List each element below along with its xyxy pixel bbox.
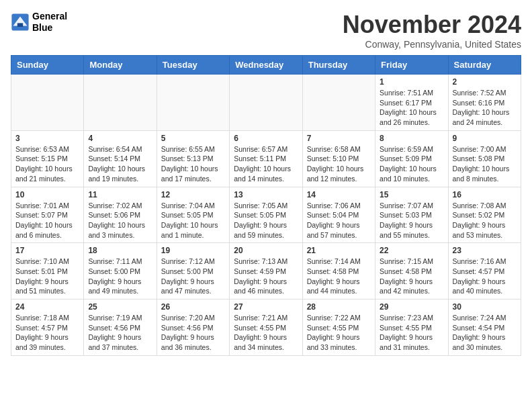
day-info: Sunrise: 7:52 AM Sunset: 6:16 PM Dayligh… [453,88,517,128]
day-number: 8 [380,134,443,143]
calendar-cell [84,75,157,131]
calendar-cell: 1Sunrise: 7:51 AM Sunset: 6:17 PM Daylig… [375,75,448,131]
day-info: Sunrise: 7:24 AM Sunset: 4:54 PM Dayligh… [453,313,517,353]
day-info: Sunrise: 7:00 AM Sunset: 5:08 PM Dayligh… [453,144,517,184]
calendar-cell: 29Sunrise: 7:23 AM Sunset: 4:55 PM Dayli… [375,300,448,356]
calendar-cell [157,75,229,131]
weekday-header: Tuesday [157,56,229,75]
day-info: Sunrise: 7:18 AM Sunset: 4:57 PM Dayligh… [15,313,79,353]
day-number: 14 [307,190,371,199]
calendar-cell: 22Sunrise: 7:15 AM Sunset: 4:58 PM Dayli… [375,243,448,300]
day-number: 20 [234,246,298,255]
day-info: Sunrise: 7:07 AM Sunset: 5:03 PM Dayligh… [380,201,443,240]
day-info: Sunrise: 7:12 AM Sunset: 5:00 PM Dayligh… [161,257,225,296]
day-number: 27 [234,302,298,312]
calendar-cell: 23Sunrise: 7:16 AM Sunset: 4:57 PM Dayli… [448,243,521,300]
calendar-week-row: 3Sunrise: 6:53 AM Sunset: 5:15 PM Daylig… [11,130,521,187]
calendar-cell: 14Sunrise: 7:06 AM Sunset: 5:04 PM Dayli… [302,187,375,243]
day-info: Sunrise: 7:06 AM Sunset: 5:04 PM Dayligh… [307,201,371,240]
calendar-cell [302,75,375,131]
day-number: 12 [161,190,225,199]
calendar-cell: 30Sunrise: 7:24 AM Sunset: 4:54 PM Dayli… [448,300,521,356]
day-number: 30 [453,302,517,312]
calendar-cell: 21Sunrise: 7:14 AM Sunset: 4:58 PM Dayli… [302,243,375,300]
day-info: Sunrise: 7:20 AM Sunset: 4:56 PM Dayligh… [161,313,225,353]
calendar-cell: 3Sunrise: 6:53 AM Sunset: 5:15 PM Daylig… [11,130,84,187]
calendar-cell: 15Sunrise: 7:07 AM Sunset: 5:03 PM Dayli… [375,187,448,243]
day-number: 10 [15,190,79,199]
day-number: 3 [15,134,79,143]
calendar-cell: 12Sunrise: 7:04 AM Sunset: 5:05 PM Dayli… [157,187,229,243]
calendar-cell [11,75,84,131]
calendar-cell: 7Sunrise: 6:58 AM Sunset: 5:10 PM Daylig… [302,130,375,187]
day-info: Sunrise: 7:05 AM Sunset: 5:05 PM Dayligh… [234,201,298,240]
calendar-cell: 9Sunrise: 7:00 AM Sunset: 5:08 PM Daylig… [448,130,521,187]
calendar-cell: 5Sunrise: 6:55 AM Sunset: 5:13 PM Daylig… [157,130,229,187]
day-info: Sunrise: 7:51 AM Sunset: 6:17 PM Dayligh… [380,88,443,128]
day-number: 2 [453,77,517,87]
calendar-header: SundayMondayTuesdayWednesdayThursdayFrid… [11,56,521,75]
day-info: Sunrise: 7:11 AM Sunset: 5:00 PM Dayligh… [88,257,152,296]
weekday-header-row: SundayMondayTuesdayWednesdayThursdayFrid… [11,56,521,75]
day-info: Sunrise: 7:14 AM Sunset: 4:58 PM Dayligh… [307,257,371,296]
day-info: Sunrise: 6:58 AM Sunset: 5:10 PM Dayligh… [307,144,371,184]
weekday-header: Saturday [448,56,521,75]
svg-rect-2 [17,23,23,27]
day-info: Sunrise: 6:59 AM Sunset: 5:09 PM Dayligh… [380,144,443,184]
day-info: Sunrise: 6:57 AM Sunset: 5:11 PM Dayligh… [234,144,298,184]
calendar-week-row: 17Sunrise: 7:10 AM Sunset: 5:01 PM Dayli… [11,243,521,300]
page-header: General Blue November 2024 Conway, Penns… [11,11,521,50]
calendar-table: SundayMondayTuesdayWednesdayThursdayFrid… [11,55,521,356]
calendar-cell: 4Sunrise: 6:54 AM Sunset: 5:14 PM Daylig… [84,130,157,187]
logo: General Blue [11,11,67,34]
day-info: Sunrise: 6:55 AM Sunset: 5:13 PM Dayligh… [161,144,225,184]
calendar-cell: 27Sunrise: 7:21 AM Sunset: 4:55 PM Dayli… [230,300,302,356]
day-info: Sunrise: 7:22 AM Sunset: 4:55 PM Dayligh… [307,313,371,353]
day-info: Sunrise: 7:04 AM Sunset: 5:05 PM Dayligh… [161,201,225,240]
day-info: Sunrise: 7:23 AM Sunset: 4:55 PM Dayligh… [380,313,443,353]
calendar-week-row: 10Sunrise: 7:01 AM Sunset: 5:07 PM Dayli… [11,187,521,243]
day-number: 29 [380,302,443,312]
day-number: 26 [161,302,225,312]
calendar-cell: 25Sunrise: 7:19 AM Sunset: 4:56 PM Dayli… [84,300,157,356]
day-number: 13 [234,190,298,199]
calendar-cell: 19Sunrise: 7:12 AM Sunset: 5:00 PM Dayli… [157,243,229,300]
calendar-cell: 16Sunrise: 7:08 AM Sunset: 5:02 PM Dayli… [448,187,521,243]
day-info: Sunrise: 7:02 AM Sunset: 5:06 PM Dayligh… [88,201,152,240]
weekday-header: Friday [375,56,448,75]
day-number: 4 [88,134,152,143]
day-info: Sunrise: 7:21 AM Sunset: 4:55 PM Dayligh… [234,313,298,353]
calendar-cell: 11Sunrise: 7:02 AM Sunset: 5:06 PM Dayli… [84,187,157,243]
calendar-cell: 18Sunrise: 7:11 AM Sunset: 5:00 PM Dayli… [84,243,157,300]
day-number: 1 [380,77,443,87]
weekday-header: Thursday [302,56,375,75]
day-info: Sunrise: 7:08 AM Sunset: 5:02 PM Dayligh… [453,201,517,240]
logo-line2: Blue [32,22,67,34]
day-info: Sunrise: 7:10 AM Sunset: 5:01 PM Dayligh… [15,257,79,296]
day-number: 5 [161,134,225,143]
calendar-cell: 10Sunrise: 7:01 AM Sunset: 5:07 PM Dayli… [11,187,84,243]
calendar-cell: 8Sunrise: 6:59 AM Sunset: 5:09 PM Daylig… [375,130,448,187]
day-number: 15 [380,190,443,199]
location: Conway, Pennsylvania, United States [343,39,521,50]
day-number: 22 [380,246,443,255]
title-block: November 2024 Conway, Pennsylvania, Unit… [343,11,521,50]
day-number: 9 [453,134,517,143]
day-number: 16 [453,190,517,199]
day-info: Sunrise: 7:13 AM Sunset: 4:59 PM Dayligh… [234,257,298,296]
month-title: November 2024 [343,11,521,39]
calendar-cell: 6Sunrise: 6:57 AM Sunset: 5:11 PM Daylig… [230,130,302,187]
day-info: Sunrise: 7:15 AM Sunset: 4:58 PM Dayligh… [380,257,443,296]
logo-icon [11,13,30,32]
calendar-week-row: 1Sunrise: 7:51 AM Sunset: 6:17 PM Daylig… [11,75,521,131]
calendar-cell: 26Sunrise: 7:20 AM Sunset: 4:56 PM Dayli… [157,300,229,356]
calendar-cell [230,75,302,131]
day-number: 23 [453,246,517,255]
day-number: 6 [234,134,298,143]
day-info: Sunrise: 6:54 AM Sunset: 5:14 PM Dayligh… [88,144,152,184]
calendar-cell: 24Sunrise: 7:18 AM Sunset: 4:57 PM Dayli… [11,300,84,356]
day-number: 17 [15,246,79,255]
weekday-header: Sunday [11,56,84,75]
calendar-body: 1Sunrise: 7:51 AM Sunset: 6:17 PM Daylig… [11,75,521,356]
day-info: Sunrise: 7:16 AM Sunset: 4:57 PM Dayligh… [453,257,517,296]
